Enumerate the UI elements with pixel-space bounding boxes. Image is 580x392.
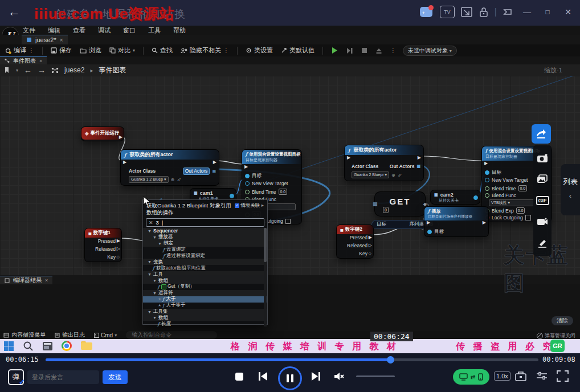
- pin-pressed[interactable]: Pressed: [350, 235, 367, 240]
- menu-item[interactable]: ▼变换: [143, 259, 267, 265]
- exec-in-pin[interactable]: ▶: [244, 165, 248, 169]
- class-settings-button[interactable]: 类设置: [246, 46, 273, 55]
- menu-file[interactable]: 文件: [23, 26, 35, 35]
- lock-icon[interactable]: [479, 6, 489, 18]
- screenshot-camera-icon[interactable]: [533, 149, 552, 168]
- pin-panel-icon[interactable]: [503, 7, 514, 17]
- pin-key[interactable]: Key: [359, 251, 367, 256]
- bookmark-icon[interactable]: [3, 67, 10, 74]
- node-numkey-2[interactable]: ▦数字键2 Pressed▶ Released▷ Key◇: [336, 224, 374, 259]
- compiler-results-tab[interactable]: 编译器结果 ×: [0, 276, 52, 284]
- object-out-pin[interactable]: [473, 195, 478, 200]
- menu-item[interactable]: ƒ通过标签设置绑定: [143, 253, 267, 259]
- exec-in-pin[interactable]: ▶: [427, 220, 430, 225]
- pin-out-actors[interactable]: Out Actors▦: [183, 168, 216, 175]
- exec-in-pin[interactable]: ▶: [484, 161, 488, 166]
- exec-in-pin[interactable]: ▶: [123, 160, 126, 165]
- blend-func-dropdown[interactable]: VTB线性 ▾: [489, 199, 539, 206]
- chat-input[interactable]: [27, 370, 99, 384]
- pin-key[interactable]: Key: [107, 254, 116, 260]
- menu-item[interactable]: ƒGet（复制）: [143, 284, 267, 290]
- pin-released[interactable]: Released: [347, 243, 367, 248]
- blend-time-value[interactable]: 0.0: [279, 189, 288, 195]
- graph-tab-event-graph[interactable]: 事件图表 ×: [0, 56, 47, 64]
- debug-object-dropdown[interactable]: 未选中调试对象 ▾: [403, 46, 457, 56]
- node-get-all-actors-2[interactable]: ƒ获取类的所有actor ▶ ▶ Actor Class Out Actors▦…: [344, 145, 424, 181]
- index-value[interactable]: 0: [383, 207, 389, 213]
- share-tool-button[interactable]: [532, 124, 551, 144]
- browse-button[interactable]: 浏览: [80, 46, 101, 55]
- clear-button[interactable]: 清除: [552, 316, 573, 325]
- pin-blend-time[interactable]: Blend Time: [492, 186, 516, 191]
- class-defaults-button[interactable]: 类默认值: [281, 46, 314, 55]
- taskbar-search-icon[interactable]: [23, 341, 34, 352]
- screen-switch-toggle[interactable]: ⇄: [453, 369, 489, 385]
- folder-icon[interactable]: [81, 341, 92, 350]
- gif-record-icon[interactable]: GIF: [533, 191, 552, 210]
- graph-tab-close-icon[interactable]: ×: [39, 58, 42, 64]
- chrome-icon[interactable]: [62, 341, 72, 351]
- exec-out-pin[interactable]: ▶: [418, 156, 421, 160]
- exec-out-pin[interactable]: ▶: [483, 220, 486, 225]
- maximize-button[interactable]: □: [540, 8, 555, 16]
- nav-back-icon[interactable]: ←: [24, 66, 32, 75]
- annotate-pen-icon[interactable]: [533, 233, 552, 252]
- lock-outgoing-checkbox[interactable]: [285, 219, 291, 224]
- find-button[interactable]: 查找: [152, 46, 173, 55]
- minimize-button[interactable]: —: [520, 7, 534, 17]
- save-button[interactable]: 保存: [51, 46, 72, 55]
- menu-item[interactable]: ▼Sequencer: [143, 228, 267, 234]
- context-menu-scrollbar[interactable]: [264, 228, 267, 326]
- pause-button[interactable]: [278, 366, 302, 390]
- menu-item[interactable]: ▼工具: [143, 271, 267, 277]
- hide-unrelated-button[interactable]: 隐藏不相关⋮: [181, 46, 229, 55]
- menu-tools[interactable]: 工具: [148, 26, 161, 35]
- menu-help[interactable]: 帮助: [173, 26, 186, 35]
- pin-new-view-target[interactable]: New View Target: [492, 177, 528, 183]
- seek-bar[interactable]: [46, 358, 538, 361]
- back-button[interactable]: ←: [8, 5, 21, 19]
- cast-screen-icon[interactable]: [460, 6, 473, 18]
- play-button[interactable]: [331, 47, 338, 54]
- menu-item[interactable]: ƒ长度: [143, 321, 267, 326]
- cmd-dropdown[interactable]: Cmd▾: [94, 332, 117, 338]
- video-record-icon[interactable]: [533, 212, 552, 231]
- pin-target[interactable]: 目标: [434, 228, 444, 235]
- next-track-button[interactable]: [311, 371, 321, 381]
- danmaku-status[interactable]: 弹幕管理关闭: [537, 332, 575, 340]
- frame-skip-button[interactable]: [346, 47, 353, 54]
- menu-item[interactable]: ƒ设置绑定: [143, 247, 267, 253]
- menu-item[interactable]: ƒ获取actor数组平均位置: [143, 265, 267, 271]
- actor-class-dropdown[interactable]: Guanka 2 Bluepr ▾: [352, 172, 389, 178]
- context-menu-search-input[interactable]: ✕ 3 |: [146, 218, 264, 227]
- compiler-tab-close-icon[interactable]: ×: [45, 277, 48, 283]
- exec-out-pin[interactable]: ▶: [119, 135, 122, 140]
- danmaku-toggle-icon[interactable]: 弹 ✓: [8, 369, 24, 385]
- eject-button[interactable]: [375, 47, 382, 54]
- menu-item[interactable]: ▼绑定: [143, 240, 267, 247]
- pin-out-actors[interactable]: Out Actors▦: [390, 164, 420, 169]
- toolbox-button[interactable]: [514, 370, 527, 382]
- nav-forward-icon[interactable]: →: [38, 66, 46, 75]
- menu-item[interactable]: ▼数组: [143, 315, 267, 321]
- pin-target[interactable]: 目标: [492, 169, 501, 176]
- gamepad-icon[interactable]: +: [419, 6, 434, 18]
- clear-search-icon[interactable]: ✕: [149, 220, 153, 226]
- context-sensitive-toggle[interactable]: ✓ 情境关联 ▸: [235, 202, 264, 216]
- compile-button[interactable]: 编译⋮: [5, 46, 34, 55]
- node-cam2[interactable]: ▦cam2 从持久关卡: [430, 190, 480, 205]
- actor-class-dropdown[interactable]: Guanka 1 2 Bluep ▾: [129, 176, 169, 183]
- browse-to-icon[interactable]: 🜚: [177, 177, 181, 182]
- menu-view[interactable]: 查看: [73, 26, 85, 35]
- breadcrumb-root[interactable]: juese2: [64, 66, 84, 74]
- browse-to-icon[interactable]: 🜚: [398, 173, 402, 178]
- node-array-get[interactable]: ▦ GET 0 ◆: [374, 191, 426, 217]
- node-event-beginplay[interactable]: ◈ 事件开始运行 ▶: [81, 126, 124, 141]
- menu-item[interactable]: ▼运算符: [143, 290, 267, 296]
- pin-released[interactable]: Released: [95, 246, 116, 252]
- seek-handle[interactable]: [387, 356, 394, 364]
- asset-tab-juese2[interactable]: juese2* ×: [22, 35, 68, 44]
- settings-sliders-button[interactable]: [536, 371, 548, 381]
- menu-item[interactable]: ▼工具集: [143, 309, 267, 315]
- pin-blend-func[interactable]: Blend Func: [492, 193, 516, 198]
